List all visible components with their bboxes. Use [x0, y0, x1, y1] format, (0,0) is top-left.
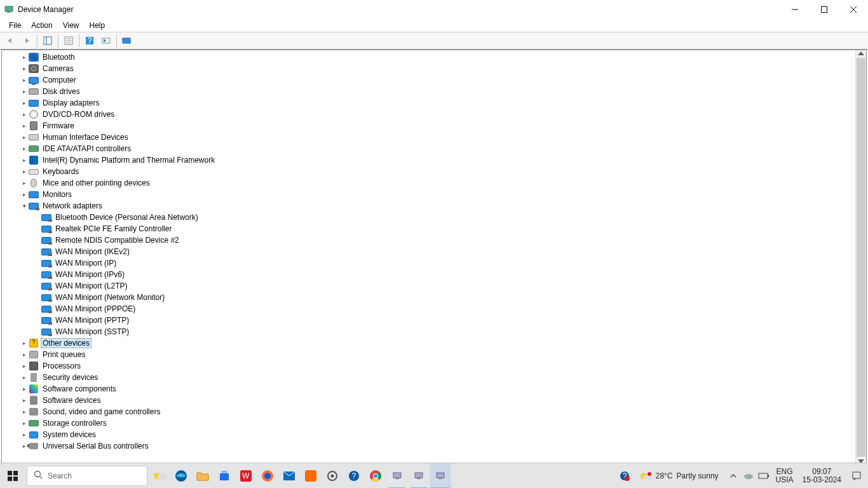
- expand-arrow-icon[interactable]: ▸: [20, 180, 29, 186]
- taskbar-explorer[interactable]: [192, 463, 214, 489]
- show-hide-tree-button[interactable]: [40, 34, 55, 48]
- taskbar-firefox[interactable]: [257, 463, 278, 489]
- properties-button[interactable]: [61, 34, 76, 48]
- category-sec[interactable]: ▸Security devices: [2, 372, 855, 383]
- taskbar-store[interactable]: [214, 463, 235, 489]
- expand-arrow-icon[interactable]: ▸: [20, 420, 29, 426]
- start-button[interactable]: [0, 463, 25, 489]
- device-tree[interactable]: ▸Bluetooth▸Cameras▸Computer▸Disk drives▸…: [2, 50, 855, 464]
- collapse-arrow-icon[interactable]: ▾: [20, 203, 29, 209]
- taskbar-chrome[interactable]: [365, 463, 386, 489]
- taskbar-devmgr-1[interactable]: [386, 463, 408, 489]
- tray-chevron-icon[interactable]: [728, 463, 739, 489]
- maximize-button[interactable]: [810, 0, 839, 19]
- expand-arrow-icon[interactable]: ▸: [20, 397, 29, 403]
- scrollbar[interactable]: [855, 50, 866, 464]
- expand-arrow-icon[interactable]: ▸: [20, 134, 29, 140]
- taskbar-weather-widget[interactable]: [149, 463, 170, 489]
- category-oth[interactable]: ▸Other devices: [2, 337, 855, 349]
- device-item[interactable]: WAN Miniport (IPv6): [2, 269, 855, 280]
- taskbar-settings[interactable]: [322, 463, 343, 489]
- search-box[interactable]: Search: [27, 466, 147, 486]
- tray-weather[interactable]: 28°C Partly sunny: [634, 470, 724, 482]
- category-mouse[interactable]: ▸Mice and other pointing devices: [2, 177, 855, 189]
- expand-arrow-icon[interactable]: ▸: [20, 168, 29, 175]
- forward-button[interactable]: [19, 34, 34, 48]
- expand-arrow-icon[interactable]: ▸: [20, 157, 29, 163]
- tray-lang[interactable]: ENG USIA: [773, 468, 796, 484]
- device-item[interactable]: Bluetooth Device (Personal Area Network): [2, 212, 855, 223]
- show-devices-button[interactable]: [119, 34, 135, 48]
- minimize-button[interactable]: [780, 0, 810, 19]
- tray-security-icon[interactable]: ?: [619, 463, 630, 489]
- category-cpu[interactable]: ▸Processors: [2, 360, 855, 372]
- device-item[interactable]: WAN Miniport (Network Monitor): [2, 292, 855, 303]
- expand-arrow-icon[interactable]: ▸: [20, 374, 29, 381]
- taskbar-edge[interactable]: [170, 463, 192, 489]
- device-item[interactable]: WAN Miniport (PPTP): [2, 315, 855, 326]
- device-item[interactable]: Realtek PCIe FE Family Controller: [2, 223, 855, 234]
- device-item[interactable]: Remote NDIS Compatible Device #2: [2, 234, 855, 246]
- category-net[interactable]: ▾Network adapters: [2, 200, 855, 212]
- menu-view[interactable]: View: [58, 20, 85, 31]
- menu-file[interactable]: File: [4, 20, 26, 31]
- expand-arrow-icon[interactable]: ▸: [20, 65, 29, 72]
- device-item[interactable]: WAN Miniport (IP): [2, 257, 855, 269]
- category-cam[interactable]: ▸Cameras: [2, 63, 855, 74]
- close-button[interactable]: [839, 0, 868, 19]
- category-kb[interactable]: ▸Keyboards: [2, 166, 855, 177]
- category-intel[interactable]: ▸Intel(R) Dynamic Platform and Thermal F…: [2, 154, 855, 166]
- taskbar-help[interactable]: ?: [343, 463, 365, 489]
- expand-arrow-icon[interactable]: ▸: [20, 111, 29, 118]
- tray-battery-icon[interactable]: [758, 463, 770, 489]
- expand-arrow-icon[interactable]: ▸: [20, 191, 29, 198]
- tray-clock[interactable]: 09:07 15-03-2024: [800, 468, 844, 484]
- category-ide[interactable]: ▸IDE ATA/ATAPI controllers: [2, 143, 855, 154]
- category-snd[interactable]: ▸Sound, video and game controllers: [2, 406, 855, 417]
- taskbar-mail[interactable]: [278, 463, 300, 489]
- category-stor[interactable]: ▸Storage controllers: [2, 417, 855, 429]
- menu-help[interactable]: Help: [85, 20, 111, 31]
- category-swd[interactable]: ▸Software devices: [2, 395, 855, 406]
- back-button[interactable]: [3, 34, 18, 48]
- category-dvd[interactable]: ▸DVD/CD-ROM drives: [2, 109, 855, 120]
- device-item[interactable]: WAN Miniport (SSTP): [2, 326, 855, 337]
- scrollbar-thumb[interactable]: [857, 58, 865, 457]
- expand-arrow-icon[interactable]: ▸: [20, 351, 29, 358]
- tray-onedrive-icon[interactable]: [743, 463, 754, 489]
- dvd-icon: [29, 109, 39, 119]
- device-item[interactable]: WAN Miniport (PPPOE): [2, 303, 855, 315]
- category-usb[interactable]: ▸Universal Serial Bus controllers: [2, 440, 855, 452]
- notifications-button[interactable]: [848, 463, 865, 489]
- taskbar-app-orange[interactable]: [300, 463, 322, 489]
- expand-arrow-icon[interactable]: ▸: [20, 88, 29, 95]
- taskbar-app-red[interactable]: W: [235, 463, 257, 489]
- expand-arrow-icon[interactable]: ▸: [20, 386, 29, 392]
- category-mon[interactable]: ▸Monitors: [2, 189, 855, 200]
- help-button[interactable]: ?: [82, 34, 97, 48]
- expand-arrow-icon[interactable]: ▸: [20, 123, 29, 129]
- taskbar-devmgr-2[interactable]: [408, 463, 430, 489]
- category-hid[interactable]: ▸Human Interface Devices: [2, 132, 855, 143]
- device-item[interactable]: WAN Miniport (IKEv2): [2, 246, 855, 257]
- expand-arrow-icon[interactable]: ▸: [20, 409, 29, 415]
- category-swc[interactable]: ▸Software components: [2, 383, 855, 395]
- expand-arrow-icon[interactable]: ▸: [20, 340, 29, 346]
- category-disk[interactable]: ▸Disk drives: [2, 86, 855, 97]
- menu-action[interactable]: Action: [26, 20, 57, 31]
- expand-arrow-icon[interactable]: ▸: [20, 54, 29, 60]
- category-disp[interactable]: ▸Display adapters: [2, 97, 855, 109]
- expand-arrow-icon[interactable]: ▸: [20, 363, 29, 369]
- category-bt[interactable]: ▸Bluetooth: [2, 51, 855, 63]
- category-sys[interactable]: ▸System devices: [2, 429, 855, 440]
- taskbar-devmgr-3[interactable]: [430, 463, 451, 489]
- category-fw[interactable]: ▸Firmware: [2, 120, 855, 132]
- expand-arrow-icon[interactable]: ▸: [20, 146, 29, 152]
- device-item[interactable]: WAN Miniport (L2TP): [2, 280, 855, 292]
- category-comp[interactable]: ▸Computer: [2, 74, 855, 86]
- category-prn[interactable]: ▸Print queues: [2, 349, 855, 360]
- scan-hardware-button[interactable]: [98, 34, 114, 48]
- expand-arrow-icon[interactable]: ▸: [20, 100, 29, 106]
- expand-arrow-icon[interactable]: ▸: [20, 431, 29, 438]
- expand-arrow-icon[interactable]: ▸: [20, 77, 29, 83]
